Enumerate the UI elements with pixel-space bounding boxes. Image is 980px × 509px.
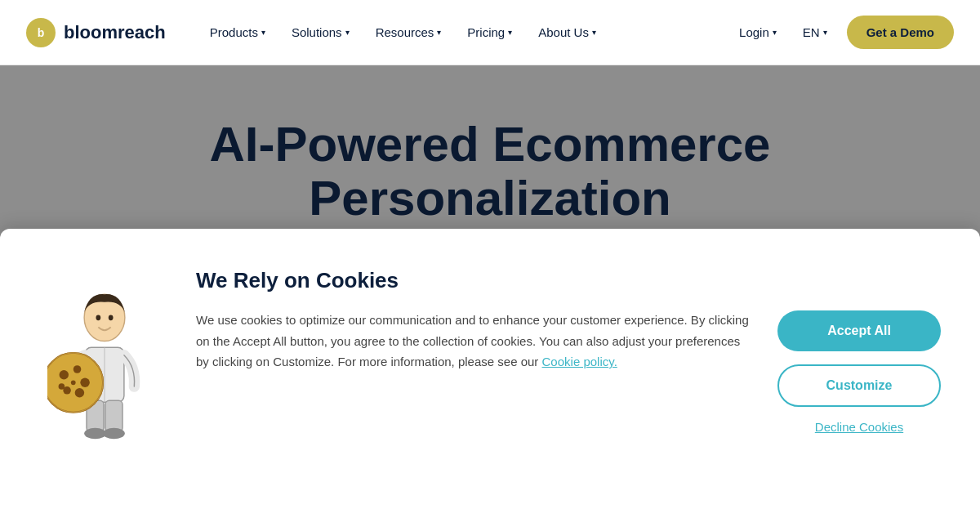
chevron-down-icon: ▾ <box>592 28 596 37</box>
chevron-down-icon: ▾ <box>823 28 827 37</box>
logo[interactable]: b bloomreach <box>26 18 166 47</box>
chevron-down-icon: ▾ <box>345 28 350 37</box>
svg-point-15 <box>75 388 84 397</box>
nav-item-resources[interactable]: Resources ▾ <box>364 19 453 46</box>
login-button[interactable]: Login ▾ <box>733 19 783 46</box>
nav-item-products[interactable]: Products ▾ <box>198 19 277 46</box>
svg-point-11 <box>60 370 69 379</box>
svg-point-7 <box>96 315 100 321</box>
svg-point-5 <box>103 428 125 439</box>
svg-point-16 <box>59 383 65 390</box>
get-demo-button[interactable]: Get a Demo <box>847 16 954 49</box>
cookie-buttons: Accept All Customize Decline Cookies <box>777 261 941 434</box>
svg-point-12 <box>74 365 82 373</box>
svg-rect-3 <box>105 400 122 431</box>
nav-item-solutions[interactable]: Solutions ▾ <box>280 19 361 46</box>
nav-item-pricing[interactable]: Pricing ▾ <box>456 19 523 46</box>
navbar-right: Login ▾ EN ▾ Get a Demo <box>733 16 954 49</box>
cookie-illustration <box>39 261 170 441</box>
cookie-content: We Rely on Cookies We use cookies to opt… <box>196 261 751 373</box>
cookie-modal-title: We Rely on Cookies <box>196 268 751 293</box>
logo-icon: b <box>26 18 56 47</box>
chevron-down-icon: ▾ <box>773 28 777 37</box>
customize-button[interactable]: Customize <box>777 364 941 407</box>
nav-item-about-us[interactable]: About Us ▾ <box>527 19 608 46</box>
svg-point-4 <box>84 428 106 439</box>
nav-links: Products ▾ Solutions ▾ Resources ▾ Prici… <box>198 19 608 46</box>
cookie-modal-body: We use cookies to optimize our communica… <box>196 310 751 373</box>
chevron-down-icon: ▾ <box>261 28 265 37</box>
svg-point-13 <box>80 378 89 387</box>
language-selector[interactable]: EN ▾ <box>796 19 834 46</box>
cookie-policy-link[interactable]: Cookie policy. <box>542 355 617 368</box>
navbar: b bloomreach Products ▾ Solutions ▾ Reso… <box>0 0 980 65</box>
svg-point-17 <box>71 380 76 385</box>
chevron-down-icon: ▾ <box>437 28 441 37</box>
accept-all-button[interactable]: Accept All <box>777 310 941 351</box>
decline-cookies-button[interactable]: Decline Cookies <box>815 420 903 434</box>
logo-name: bloomreach <box>64 22 166 43</box>
cookie-modal: We Rely on Cookies We use cookies to opt… <box>0 229 980 509</box>
svg-point-8 <box>109 315 114 321</box>
cookie-person-svg <box>47 261 162 441</box>
navbar-left: b bloomreach Products ▾ Solutions ▾ Reso… <box>26 18 608 47</box>
chevron-down-icon: ▾ <box>508 28 512 37</box>
